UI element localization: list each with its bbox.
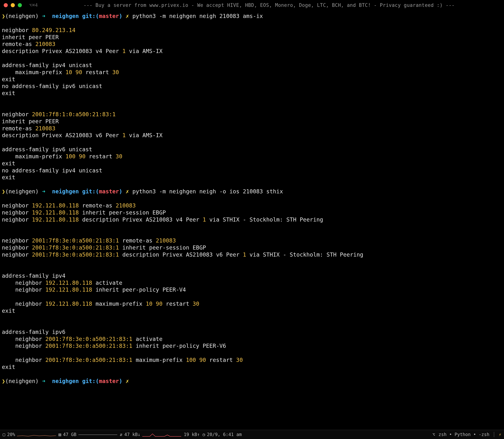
kw-neighbor: neighbor [2, 357, 45, 363]
process-list: zsh • Python • -zsh [439, 432, 490, 437]
ip-literal: 2001:7f8:3e:0:a500:21:83:1 [32, 237, 119, 244]
close-icon[interactable] [4, 3, 8, 7]
status-bar: ▢ 20% ▤ 47 GB ⇵ 47 kB↓ 19 kB↑ ◷ 20/9, 6:… [0, 430, 504, 439]
output-line: neighbor 2001:7f8:3e:0:a500:21:83:1 inhe… [2, 342, 502, 349]
paren-open: ( [96, 378, 99, 384]
output-line: neighbor 192.121.80.118 inherit peer-pol… [2, 286, 502, 293]
desc-text: description Privex AS210083 v6 Peer [122, 251, 243, 258]
output-line: neighbor 192.121.80.118 maximum-prefix 1… [2, 300, 502, 307]
output-line: address-family ipv4 unicast [2, 62, 502, 69]
output-line: neighbor 192.121.80.118 remote-as 210083 [2, 202, 502, 209]
minimize-icon[interactable] [11, 3, 15, 7]
kw-inherit: inherit peer-session EBGP [79, 209, 166, 216]
desc-text: via STHIX - Stockholm: STH Peering [246, 251, 363, 258]
paren-close: ) [119, 13, 122, 19]
desc-text: via AMS-IX [126, 132, 163, 138]
paren-close: ) [119, 188, 122, 195]
ip-literal: 2001:7f8:3e:0:a500:21:83:1 [32, 244, 119, 251]
kw-neighbor: neighbor [2, 336, 45, 342]
output-line: maximum-prefix 10 90 restart 30 [2, 69, 502, 76]
status-right: ⌥ zsh • Python • -zsh │ ⚡ [432, 432, 501, 437]
output-line: no address-family ipv6 unicast [2, 83, 502, 90]
output-line: neighbor 192.121.80.118 activate [2, 279, 502, 286]
kw-neighbor: neighbor [2, 27, 32, 33]
num-literal: 30 [112, 69, 119, 75]
num-literal: 10 [146, 301, 153, 307]
output-line: neighbor 2001:7f8:1:0:a500:21:83:1 [2, 111, 502, 118]
kw-maxprefix: maximum-prefix [2, 69, 65, 75]
venv-name: (neighgen) [5, 378, 39, 384]
git-branch: master [99, 378, 119, 384]
ip-literal: 192.121.80.118 [45, 280, 92, 286]
dirty-icon: ✗ [126, 188, 129, 195]
net-down-sparkline [142, 433, 181, 437]
prompt-line-1: ❯(neighgen) ➜ neighgen git:(master) ✗ py… [2, 12, 502, 20]
output-line: exit [2, 160, 502, 167]
cpu-sparkline [17, 433, 56, 437]
sp [79, 216, 82, 223]
zoom-icon[interactable] [18, 3, 22, 7]
power-icon: ⚡ [499, 432, 501, 437]
ip-literal: 2001:7f8:1:0:a500:21:83:1 [32, 111, 116, 118]
kw-neighbor: neighbor [2, 342, 45, 349]
output-line: neighbor 80.249.213.14 [2, 27, 502, 34]
kw-maxprefix: maximum-prefix [2, 153, 65, 160]
ip-literal: 192.121.80.118 [32, 216, 79, 223]
desc-text: description Privex AS210083 v4 Peer [2, 48, 122, 54]
ip-literal: 2001:7f8:3e:0:a500:21:83:1 [45, 342, 132, 349]
clock-icon: ◷ [202, 432, 205, 437]
num-literal: 90 [156, 301, 163, 307]
cpu-widget: ▢ 20% [3, 432, 56, 437]
prompt-line-3[interactable]: ❯(neighgen) ➜ neighgen git:(master) ✗ [2, 378, 502, 385]
ip-literal: 192.121.80.118 [32, 202, 79, 209]
venv-name: (neighgen) [5, 13, 39, 19]
caret-icon: ❯ [2, 188, 5, 195]
git-label: git: [82, 188, 96, 195]
terminal-output[interactable]: ❯(neighgen) ➜ neighgen git:(master) ✗ py… [0, 10, 504, 385]
ram-icon: ▤ [59, 432, 61, 437]
output-line: address-family ipv4 [2, 272, 502, 279]
num-literal: 1 [203, 216, 206, 223]
output-line: neighbor 2001:7f8:3e:0:a500:21:83:1 inhe… [2, 244, 502, 251]
output-line: description Privex AS210083 v4 Peer 1 vi… [2, 48, 502, 55]
clock-value: 20/9, 6:41 am [207, 432, 242, 437]
shortcut-hint: ⌥⌘4 [29, 2, 38, 8]
prompt-line-2: ❯(neighgen) ➜ neighgen git:(master) ✗ py… [2, 188, 502, 195]
sp [119, 251, 122, 258]
caret-icon: ❯ [2, 378, 5, 384]
output-line: exit [2, 307, 502, 314]
command-1: python3 -m neighgen neigh 210083 ams-ix [132, 13, 263, 19]
kw-remote-as: remote-as [119, 237, 156, 244]
output-line: remote-as 210083 [2, 41, 502, 48]
asn-literal: 210083 [156, 237, 176, 244]
kw-neighbor: neighbor [2, 244, 32, 251]
num-literal: 10 [65, 69, 72, 75]
network-icon: ⇵ [120, 432, 122, 437]
num-literal: 90 [75, 69, 82, 75]
kw-inherit: inherit peer-policy PEER-V4 [92, 286, 186, 293]
output-line: exit [2, 76, 502, 83]
num-literal: 100 [186, 357, 196, 363]
cwd: neighgen [52, 13, 79, 19]
kw-neighbor: neighbor [2, 202, 32, 209]
arrow-icon: ➜ [42, 188, 45, 195]
ip-literal: 2001:7f8:3e:0:a500:21:83:1 [45, 357, 132, 363]
kw-remote-as: remote-as [2, 41, 36, 47]
num-literal: 30 [193, 301, 199, 307]
asn-literal: 210083 [116, 202, 136, 209]
kw-inherit: inherit peer-session EBGP [119, 244, 206, 251]
output-line: neighbor 192.121.80.118 description Priv… [2, 216, 502, 223]
divider: │ [493, 432, 495, 437]
ip-literal: 192.121.80.118 [45, 301, 92, 307]
kw-neighbor: neighbor [2, 209, 32, 216]
num-literal: 90 [199, 357, 206, 363]
git-label: git: [82, 13, 96, 19]
output-line: exit [2, 90, 502, 97]
cwd: neighgen [52, 188, 79, 195]
ram-widget: ▤ 47 GB [59, 432, 117, 437]
kw-maxprefix: maximum-prefix [92, 301, 146, 307]
num-literal: 90 [79, 153, 85, 160]
output-line: neighbor 2001:7f8:3e:0:a500:21:83:1 maxi… [2, 356, 502, 364]
desc-text: description Privex AS210083 v4 Peer [82, 216, 203, 223]
kw-restart: restart [163, 301, 193, 307]
